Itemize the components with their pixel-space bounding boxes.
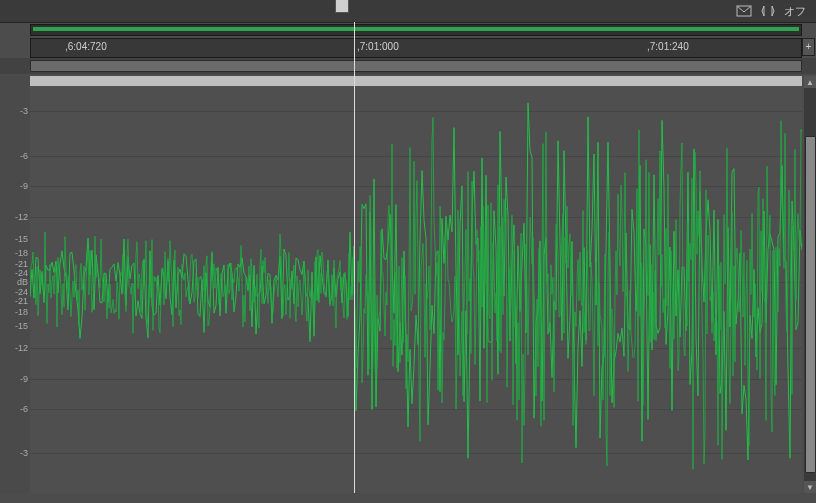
waveform-display[interactable] — [30, 86, 802, 493]
db-label: -9 — [20, 181, 28, 191]
ruler-tick: ,6:04:720 — [65, 41, 107, 52]
db-label: -9 — [20, 374, 28, 384]
db-label: -18 — [15, 248, 28, 258]
ruler-tick: ,7:01:000 — [357, 41, 399, 52]
scroll-up-button[interactable]: ▲ — [804, 76, 816, 88]
waveform-panel: -3 -6 -9 -12 -15 -18 -21 -24 dB -24 -21 … — [0, 76, 802, 493]
db-label: -3 — [20, 106, 28, 116]
playhead-line[interactable] — [354, 22, 355, 493]
scroll-down-button[interactable]: ▼ — [804, 481, 816, 493]
horizontal-scroll-thumb[interactable] — [30, 60, 802, 72]
audio-editor-root: オフ ,6:04:720 ,7:01:000 ,7:01:240 + -3 -6… — [0, 0, 816, 503]
db-scale-gutter: -3 -6 -9 -12 -15 -18 -21 -24 dB -24 -21 … — [0, 76, 30, 493]
db-label: -12 — [15, 343, 28, 353]
plus-icon: + — [806, 42, 812, 52]
vertical-scroll-thumb[interactable] — [805, 136, 816, 473]
db-label: -15 — [15, 234, 28, 244]
toolbar-off-label[interactable]: オフ — [784, 4, 806, 19]
db-label: -3 — [20, 448, 28, 458]
navigator-strip[interactable] — [30, 24, 802, 36]
envelope-icon[interactable] — [736, 4, 752, 18]
pan-balance-icon[interactable] — [760, 4, 776, 18]
db-label: -15 — [15, 321, 28, 331]
db-label: -12 — [15, 212, 28, 222]
db-unit: dB — [17, 277, 28, 287]
ruler-tick: ,7:01:240 — [647, 41, 689, 52]
db-label: -18 — [15, 307, 28, 317]
navigator-waveform — [33, 27, 799, 31]
top-toolbar: オフ — [0, 0, 816, 23]
vertical-scrollbar[interactable]: ▲ ▼ — [804, 76, 816, 493]
navigator-playhead-handle[interactable] — [335, 0, 349, 13]
db-label: -6 — [20, 151, 28, 161]
horizontal-scrollbar[interactable] — [0, 58, 816, 74]
time-ruler[interactable]: ,6:04:720 ,7:01:000 ,7:01:240 — [30, 38, 802, 58]
db-label: -6 — [20, 404, 28, 414]
db-label: -21 — [15, 296, 28, 306]
zoom-in-button[interactable]: + — [802, 38, 815, 56]
